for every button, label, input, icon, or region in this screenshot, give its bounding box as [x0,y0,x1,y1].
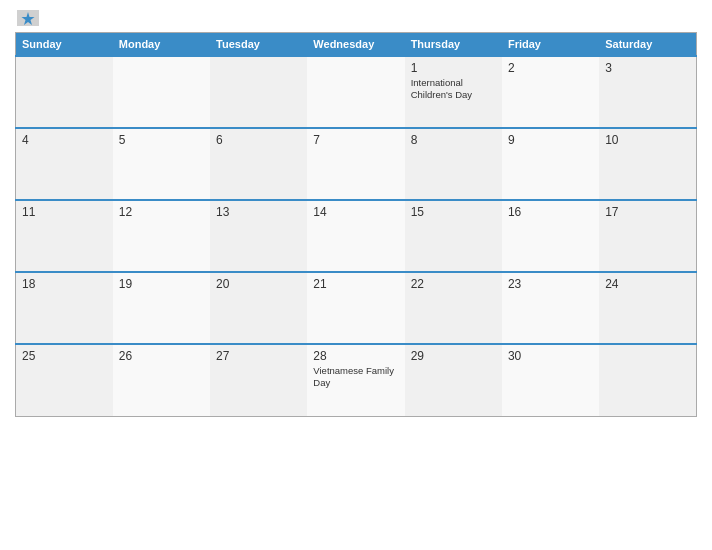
calendar-cell [210,56,307,128]
day-number: 20 [216,277,301,291]
day-number: 4 [22,133,107,147]
day-number: 8 [411,133,496,147]
day-number: 30 [508,349,593,363]
calendar-cell: 9 [502,128,599,200]
day-number: 5 [119,133,204,147]
weekday-header-wednesday: Wednesday [307,33,404,57]
calendar-cell: 6 [210,128,307,200]
day-number: 1 [411,61,496,75]
event-label: International Children's Day [411,77,496,102]
calendar-cell [16,56,113,128]
calendar-header [15,10,697,26]
calendar-week-row: 11121314151617 [16,200,697,272]
day-number: 11 [22,205,107,219]
calendar-cell: 11 [16,200,113,272]
day-number: 3 [605,61,690,75]
event-label: Vietnamese Family Day [313,365,398,390]
calendar-cell: 18 [16,272,113,344]
day-number: 9 [508,133,593,147]
calendar-cell: 2 [502,56,599,128]
day-number: 16 [508,205,593,219]
day-number: 13 [216,205,301,219]
logo-flag-icon [17,10,39,26]
day-number: 18 [22,277,107,291]
day-number: 19 [119,277,204,291]
weekday-header-thursday: Thursday [405,33,502,57]
calendar-cell: 30 [502,344,599,416]
weekday-header-tuesday: Tuesday [210,33,307,57]
calendar-cell: 14 [307,200,404,272]
calendar-cell: 25 [16,344,113,416]
calendar-cell: 12 [113,200,210,272]
calendar-cell: 29 [405,344,502,416]
calendar-cell [599,344,696,416]
calendar-cell: 15 [405,200,502,272]
day-number: 29 [411,349,496,363]
weekday-header-row: SundayMondayTuesdayWednesdayThursdayFrid… [16,33,697,57]
day-number: 28 [313,349,398,363]
calendar-cell: 8 [405,128,502,200]
calendar-cell: 20 [210,272,307,344]
calendar-page: SundayMondayTuesdayWednesdayThursdayFrid… [0,0,712,550]
day-number: 27 [216,349,301,363]
weekday-header-sunday: Sunday [16,33,113,57]
calendar-cell: 5 [113,128,210,200]
calendar-cell: 10 [599,128,696,200]
calendar-week-row: 1International Children's Day23 [16,56,697,128]
day-number: 17 [605,205,690,219]
calendar-cell: 28Vietnamese Family Day [307,344,404,416]
calendar-cell: 23 [502,272,599,344]
day-number: 25 [22,349,107,363]
day-number: 6 [216,133,301,147]
day-number: 22 [411,277,496,291]
calendar-cell: 19 [113,272,210,344]
calendar-cell: 17 [599,200,696,272]
logo [15,10,39,26]
calendar-cell: 4 [16,128,113,200]
calendar-table: SundayMondayTuesdayWednesdayThursdayFrid… [15,32,697,417]
day-number: 21 [313,277,398,291]
calendar-cell: 16 [502,200,599,272]
calendar-cell: 7 [307,128,404,200]
calendar-cell: 26 [113,344,210,416]
weekday-header-saturday: Saturday [599,33,696,57]
day-number: 7 [313,133,398,147]
calendar-week-row: 25262728Vietnamese Family Day2930 [16,344,697,416]
calendar-cell: 22 [405,272,502,344]
calendar-cell: 21 [307,272,404,344]
day-number: 24 [605,277,690,291]
calendar-cell: 1International Children's Day [405,56,502,128]
calendar-cell: 13 [210,200,307,272]
day-number: 15 [411,205,496,219]
weekday-header-monday: Monday [113,33,210,57]
calendar-cell [113,56,210,128]
calendar-cell [307,56,404,128]
calendar-week-row: 18192021222324 [16,272,697,344]
calendar-week-row: 45678910 [16,128,697,200]
day-number: 26 [119,349,204,363]
calendar-cell: 27 [210,344,307,416]
day-number: 10 [605,133,690,147]
day-number: 2 [508,61,593,75]
day-number: 14 [313,205,398,219]
day-number: 23 [508,277,593,291]
calendar-cell: 3 [599,56,696,128]
day-number: 12 [119,205,204,219]
calendar-cell: 24 [599,272,696,344]
weekday-header-friday: Friday [502,33,599,57]
